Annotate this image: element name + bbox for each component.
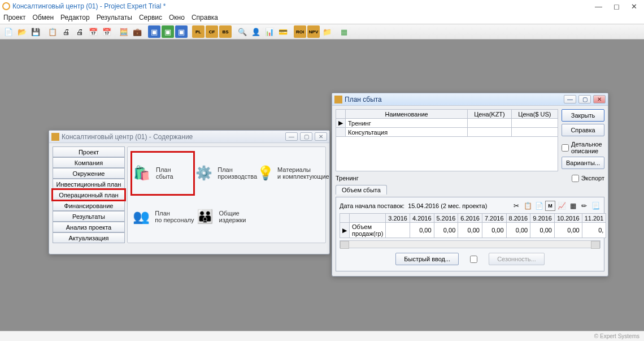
- tab-volume[interactable]: Объем сбыта: [336, 185, 387, 195]
- item-production-plan[interactable]: ⚙️ План производства: [194, 152, 258, 195]
- toolbar-clipboard-icon[interactable]: 📋: [46, 25, 59, 38]
- paste-icon[interactable]: 📄: [534, 201, 544, 211]
- tab-environment[interactable]: Окружение: [53, 168, 125, 179]
- mdi-area: Консалтинговый центр (01) - Содержание —…: [0, 40, 644, 331]
- tab-results[interactable]: Результаты: [53, 211, 125, 222]
- detail-checkbox[interactable]: Детальное описание: [562, 141, 604, 154]
- tab-financing[interactable]: Финансирование: [53, 200, 125, 211]
- toolbar-search-icon[interactable]: 🔍: [236, 25, 249, 38]
- export-label: Экспорт: [581, 175, 604, 182]
- edit-icon[interactable]: ✏: [579, 201, 589, 211]
- toolbar-card-icon[interactable]: 💳: [277, 25, 289, 38]
- toolbar-calendar2-icon[interactable]: 📅: [101, 25, 113, 38]
- toolbar-bs-icon[interactable]: BS: [219, 25, 232, 38]
- menu-project[interactable]: Проект: [3, 14, 26, 21]
- item-cost-label: Общие издержки: [219, 210, 246, 223]
- products-table[interactable]: Наименование Цена(KZT) Цена($ US) ▶ Трен…: [336, 109, 558, 137]
- toolbar-box2-icon[interactable]: ▣: [162, 25, 174, 38]
- vol-row-label: Объем продаж(гр): [350, 223, 386, 238]
- content-minimize-button[interactable]: —: [285, 132, 298, 141]
- content-title: Консалтинговый центр (01) - Содержание: [62, 133, 193, 141]
- toolbar-save-icon[interactable]: 💾: [29, 25, 42, 38]
- toolbar-calc-icon[interactable]: 🧮: [118, 25, 130, 38]
- toolbar-npv-icon[interactable]: NPV: [307, 25, 320, 38]
- m-icon[interactable]: M: [545, 201, 555, 211]
- cell-name-0[interactable]: Тренинг: [346, 119, 468, 128]
- cut-icon[interactable]: ✂: [511, 201, 521, 211]
- tab-analysis[interactable]: Анализ проекта: [53, 222, 125, 232]
- tab-investment-plan[interactable]: Инвестиционный план: [53, 179, 125, 189]
- menu-results[interactable]: Результаты: [97, 14, 132, 21]
- sales-maximize-button[interactable]: ▢: [578, 95, 591, 103]
- toolbar-print2-icon[interactable]: 🖨: [73, 25, 86, 38]
- tab-operational-plan[interactable]: Операционный план: [53, 189, 125, 200]
- sales-titlebar[interactable]: План сбыта — ▢ ✕: [332, 93, 608, 106]
- cell-kzt-0[interactable]: [468, 119, 512, 128]
- item-staff-plan[interactable]: 👥 План по персоналу: [131, 195, 194, 239]
- app-icon: [2, 2, 10, 10]
- cell-usd-1[interactable]: [511, 128, 558, 137]
- export-checkbox[interactable]: [572, 175, 579, 182]
- close-button[interactable]: Закрыть: [562, 109, 604, 122]
- item-overhead[interactable]: 👪 Общие издержки: [194, 195, 258, 239]
- toolbar-grid-icon[interactable]: ▦: [338, 25, 350, 38]
- item-mat-label: Материалы и комплектующие: [277, 166, 329, 180]
- menu-window[interactable]: Окно: [169, 14, 185, 21]
- cube-icon: [51, 133, 59, 141]
- menu-service[interactable]: Сервис: [139, 14, 162, 21]
- sheet-icon[interactable]: 📃: [590, 201, 601, 211]
- col-price-usd: Цена($ US): [511, 110, 558, 119]
- detail-checkbox-input[interactable]: [562, 144, 569, 152]
- tab-actualization[interactable]: Актуализация: [53, 232, 125, 243]
- toolbar-briefcase-icon[interactable]: 💼: [131, 25, 143, 38]
- seasonality-button[interactable]: Сезонность...: [489, 253, 545, 265]
- toolbar-box1-icon[interactable]: ▣: [148, 25, 160, 38]
- toolbar-roi-icon[interactable]: ROI: [294, 25, 306, 38]
- help-button[interactable]: Справка: [562, 124, 604, 136]
- toolbar-pl-icon[interactable]: PL: [192, 25, 204, 38]
- statusbar: © Expert Systems: [0, 331, 644, 341]
- copy-icon[interactable]: 📋: [523, 201, 533, 211]
- menu-help[interactable]: Справка: [192, 14, 218, 21]
- col-price-kzt: Цена(KZT): [468, 110, 512, 119]
- toolbar-box3-icon[interactable]: ▣: [175, 25, 188, 38]
- season-checkbox[interactable]: [470, 256, 477, 263]
- cell-name-1[interactable]: Консультация: [346, 128, 468, 137]
- toolbar-new-icon[interactable]: 📄: [2, 25, 15, 38]
- toolbar-chart-icon[interactable]: 📊: [263, 25, 276, 38]
- toolbar: 📄 📂 💾 📋 🖨 🖨 📅 📅 🧮 💼 ▣ ▣ ▣ PL CF BS 🔍 👤 📊…: [0, 24, 644, 40]
- sales-minimize-button[interactable]: —: [564, 95, 576, 103]
- main-titlebar: Консалтинговый центр (01) - Project Expe…: [0, 0, 644, 12]
- tab-company[interactable]: Компания: [53, 157, 125, 168]
- window-title: Консалтинговый центр (01) - Project Expe…: [12, 2, 166, 10]
- item-materials[interactable]: 💡 Материалы и комплектующие: [257, 152, 320, 195]
- toolbar-print-icon[interactable]: 🖨: [60, 25, 72, 38]
- content-close-button[interactable]: ✕: [315, 132, 327, 141]
- quick-input-button[interactable]: Быстрый ввод...: [395, 253, 459, 265]
- toolbar-person-icon[interactable]: 👤: [250, 25, 262, 38]
- content-maximize-button[interactable]: ▢: [300, 132, 312, 141]
- menu-editor[interactable]: Редактор: [60, 14, 90, 21]
- tab-volume-body: Дата начала поставок: 15.04.2016 (2 мес.…: [336, 197, 604, 271]
- cell-kzt-1[interactable]: [468, 128, 512, 137]
- toolbar-folder-icon[interactable]: 📁: [321, 25, 333, 38]
- volume-hscroll[interactable]: [340, 240, 601, 248]
- volume-table[interactable]: 3.2016 4.2016 5.2016 6.2016 7.2016 8.201…: [340, 213, 606, 238]
- toolbar-open-icon[interactable]: 📂: [16, 25, 28, 38]
- toolbar-calendar-icon[interactable]: 📅: [87, 25, 99, 38]
- tab-project[interactable]: Проект: [53, 146, 125, 157]
- nav-panel: 🛍️ План сбыта ⚙️ План производства 💡 Мат…: [127, 146, 326, 243]
- sales-close-button[interactable]: ✕: [593, 95, 606, 103]
- minimize-button[interactable]: —: [595, 2, 602, 11]
- table-icon[interactable]: ▦: [568, 201, 578, 211]
- cell-usd-0[interactable]: [511, 119, 558, 128]
- date-value: 15.04.2016 (2 мес. проекта): [408, 202, 487, 209]
- chart-icon[interactable]: 📈: [556, 201, 567, 211]
- toolbar-cf-icon[interactable]: CF: [206, 25, 218, 38]
- menu-exchange[interactable]: Обмен: [33, 14, 54, 21]
- maximize-button[interactable]: ◻: [613, 2, 620, 11]
- content-titlebar[interactable]: Консалтинговый центр (01) - Содержание —…: [49, 131, 329, 143]
- variants-button[interactable]: Варианты...: [562, 157, 604, 169]
- item-sales-plan[interactable]: 🛍️ План сбыта: [131, 152, 194, 195]
- close-button[interactable]: ✕: [631, 2, 637, 11]
